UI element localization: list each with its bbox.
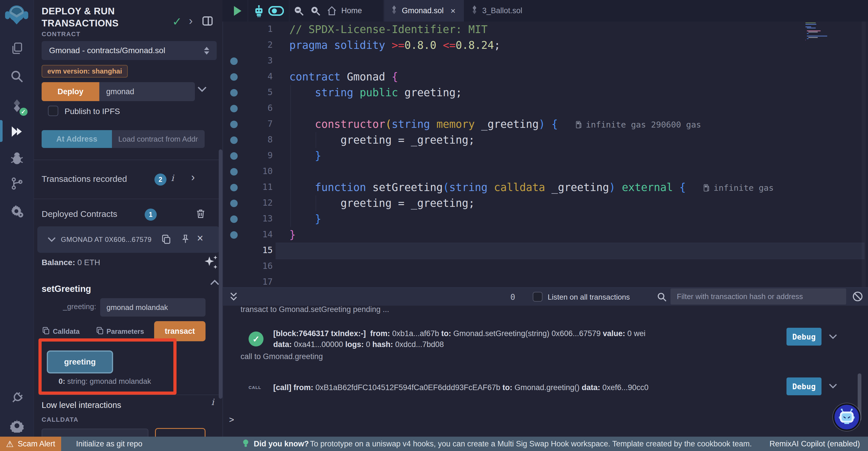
deployed-instance-header[interactable]: GMONAD AT 0X606...67579 × (37, 226, 220, 253)
code-area[interactable]: 1// SPDX-License-Identifier: MIT2pragma … (222, 0, 868, 287)
transaction-filter-input[interactable] (671, 288, 846, 305)
tx-summary-line2: data: 0xa41...00000 logs: 0 hash: 0xdcd.… (273, 340, 444, 349)
listen-count: 0 (510, 292, 515, 302)
deploy-run-panel: DEPLOY & RUN TRANSACTIONS ✓ › CONTRACT G… (34, 0, 222, 436)
plugin-manager-icon[interactable] (9, 390, 25, 406)
debug-button[interactable]: Debug (786, 328, 822, 345)
compile-success-badge: ✓ (19, 107, 28, 117)
function-name-label: setGreeting (42, 284, 91, 294)
transactions-info-icon[interactable]: i (171, 173, 174, 183)
balance-row: Balance: 0 ETH (42, 258, 100, 267)
call-summary-line[interactable]: [call] from: 0xB1aB62fdFC104512F594fCa0E… (273, 383, 648, 392)
pending-transaction-line: transact to Gmonad.setGreeting pending .… (241, 305, 389, 314)
tx-expand-chevron-icon[interactable] (828, 334, 838, 340)
copilot-status[interactable]: RemixAI Copilot (enabled) (770, 440, 860, 448)
parameters-copy-icon[interactable] (96, 326, 104, 336)
settings-gear-icon[interactable] (9, 418, 25, 434)
transact-button[interactable]: transact (154, 321, 206, 341)
calldata-copy-label[interactable]: Calldata (53, 328, 80, 336)
divider (34, 160, 222, 160)
lightbulb-icon (243, 439, 249, 450)
calldata-copy-icon[interactable] (42, 326, 50, 336)
contract-select-value: Gmonad - contracts/Gmonad.sol (49, 46, 204, 55)
expand-terminal-double-chevron-icon[interactable] (229, 291, 239, 303)
deploy-expand-chevron-icon[interactable] (197, 86, 207, 92)
tip-text: To prototype on a uniswap v4 hooks, you … (310, 440, 752, 448)
transactions-recorded-label: Transactions recorded (42, 174, 127, 184)
remove-instance-close-icon[interactable]: × (197, 232, 203, 245)
clear-console-block-icon[interactable] (852, 291, 863, 302)
divider (38, 395, 219, 395)
status-bar: ⚠ Scam Alert Initialize as git repo Did … (0, 436, 868, 451)
deployed-count-badge: 1 (145, 208, 157, 221)
low-level-calldata-label: CALLDATA (42, 416, 79, 423)
instance-collapse-chevron-icon[interactable] (47, 237, 56, 243)
deploy-button[interactable]: Deploy (42, 82, 99, 101)
constructor-arg-input[interactable] (99, 82, 195, 101)
result-index: 0: (59, 377, 65, 386)
transactions-expand-chevron-icon[interactable]: › (191, 172, 195, 183)
at-address-button[interactable]: At Address (42, 130, 112, 148)
low-level-info-icon[interactable]: i (211, 397, 214, 407)
panel-title: DEPLOY & RUN TRANSACTIONS (42, 5, 165, 29)
ai-sparkle-icon[interactable] (203, 255, 219, 271)
listen-all-checkbox[interactable] (533, 292, 542, 302)
evm-version-badge: evm version: shanghai (42, 65, 128, 78)
parameters-copy-label[interactable]: Parameters (106, 328, 144, 336)
divider (34, 199, 222, 199)
low-level-interactions-label: Low level interactions (42, 400, 121, 410)
low-level-transact-button[interactable] (155, 428, 206, 436)
pinned-check-icon[interactable]: ✓ (172, 15, 182, 28)
publish-ipfs-checkbox[interactable] (48, 106, 58, 116)
scam-alert-label: Scam Alert (18, 440, 55, 448)
contract-label: CONTRACT (42, 30, 81, 38)
tx-success-check-icon: ✓ (249, 332, 264, 346)
balance-value: 0 ETH (75, 258, 100, 267)
editor-minimap[interactable] (805, 22, 861, 48)
git-icon[interactable] (9, 175, 25, 192)
file-explorer-icon[interactable] (9, 40, 25, 56)
call-tag: CALL (249, 385, 261, 390)
listen-all-label[interactable]: Listen on all transactions (548, 293, 630, 302)
active-plugin-indicator (0, 120, 3, 142)
editor-scrollbar[interactable] (862, 22, 866, 287)
deployed-contracts-label: Deployed Contracts (42, 209, 117, 219)
low-level-calldata-input[interactable] (42, 429, 148, 436)
unit-testing-icon[interactable] (9, 203, 25, 219)
scam-alert-button[interactable]: ⚠ Scam Alert (0, 436, 61, 451)
greeting-param-input[interactable] (100, 298, 206, 316)
split-view-icon[interactable] (202, 15, 214, 27)
solidity-compiler-icon[interactable]: ✓ (9, 98, 25, 114)
copy-address-icon[interactable] (161, 233, 172, 245)
search-icon[interactable] (9, 68, 25, 84)
result-value: string: gmonad molandak (65, 377, 151, 386)
remixai-assistant-button[interactable] (833, 403, 861, 431)
tx-summary-line1[interactable]: [block:7646317 txIndex:-] from: 0xb1a...… (273, 329, 646, 338)
remix-ide-window: ✓ DEPLOY & RUN TRANSACTIONS ✓ › CONTRACT (0, 0, 868, 451)
greeting-call-result: 0: string: gmonad molandak (59, 377, 151, 386)
icon-rail: ✓ (0, 0, 34, 436)
debugger-icon[interactable] (9, 150, 25, 167)
panel-scrollbar[interactable] (219, 149, 222, 399)
expand-panel-chevron-icon[interactable]: › (189, 15, 193, 26)
transactions-count-badge: 2 (154, 173, 166, 186)
did-you-know-label: Did you know? (254, 440, 309, 448)
git-init-button[interactable]: Initialize as git repo (76, 440, 143, 448)
clear-instances-trash-icon[interactable] (195, 207, 206, 220)
function-collapse-chevron-up-icon[interactable] (210, 279, 220, 285)
terminal-search-icon[interactable] (657, 292, 667, 302)
call-result-line: call to Gmonad.greeting (241, 352, 323, 361)
terminal-prompt[interactable]: > (229, 415, 234, 425)
at-address-input[interactable] (112, 130, 205, 148)
call-expand-chevron-icon[interactable] (828, 383, 838, 389)
publish-ipfs-label: Publish to IPFS (65, 107, 120, 116)
debug-button[interactable]: Debug (786, 377, 822, 395)
deploy-run-icon[interactable] (9, 123, 25, 140)
contract-select[interactable]: Gmonad - contracts/Gmonad.sol (42, 41, 217, 60)
warning-icon: ⚠ (6, 439, 14, 449)
pin-instance-icon[interactable] (180, 233, 191, 245)
balance-label: Balance: (42, 258, 75, 267)
greeting-call-button[interactable]: greeting (47, 350, 113, 373)
param-name-label: _greeting: (42, 302, 96, 311)
remix-logo-icon[interactable] (4, 2, 29, 28)
